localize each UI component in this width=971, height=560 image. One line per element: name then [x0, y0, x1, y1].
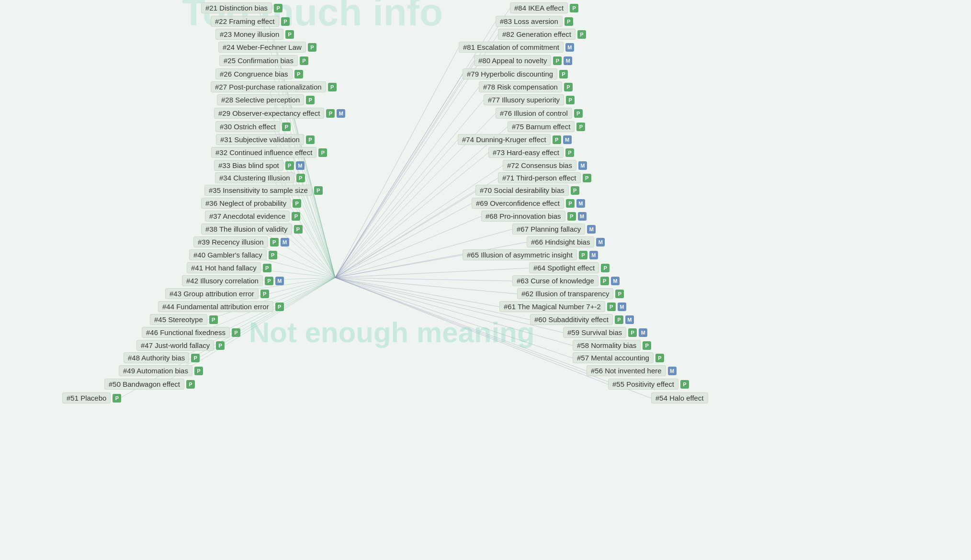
bias-node-72[interactable]: #72 Consensus biasM [503, 160, 587, 171]
bias-node-57[interactable]: #57 Mental accountingP [573, 352, 664, 363]
svg-line-38 [335, 100, 484, 278]
bias-label-69: #69 Overconfidence effect [472, 198, 564, 209]
tag-p-82: P [577, 30, 586, 39]
bias-label-43: #43 Group attribution error [165, 288, 259, 299]
tag-p-51: P [113, 394, 121, 403]
tag-p-84: P [570, 4, 578, 12]
bias-node-56[interactable]: #56 Not invented hereM [587, 365, 677, 376]
bias-node-35[interactable]: #35 Insensitivity to sample sizeP [204, 185, 323, 196]
tag-m-39: M [281, 238, 289, 246]
tag-p-23: P [285, 30, 294, 39]
bias-node-39[interactable]: #39 Recency illusionPM [193, 236, 289, 247]
bias-node-59[interactable]: #59 Survival biasPM [563, 327, 647, 338]
tag-p-21: P [274, 4, 282, 12]
bias-node-34[interactable]: #34 Clustering IllusionP [215, 172, 305, 183]
bias-node-68[interactable]: #68 Pro-innovation biasPM [481, 211, 587, 222]
bias-node-65[interactable]: #65 Illusion of asymmetric insightPM [463, 249, 598, 260]
mind-map-canvas: Too much info Not enough meaning #21 Dis… [0, 0, 971, 560]
bias-node-42[interactable]: #42 Illusory correlationPM [182, 275, 284, 286]
bias-label-73: #73 Hard-easy effect [488, 147, 564, 158]
bias-node-49[interactable]: #49 Automation biasP [119, 365, 203, 376]
bias-node-48[interactable]: #48 Authority biasP [124, 352, 200, 363]
bias-label-32: #32 Continued influence effect [211, 147, 316, 158]
svg-line-51 [335, 268, 529, 278]
bias-label-30: #30 Ostrich effect [215, 121, 280, 132]
tag-m-33: M [296, 161, 305, 170]
bias-node-78[interactable]: #78 Risk compensationP [479, 81, 573, 92]
bias-node-77[interactable]: #77 Illusory superiorityP [484, 94, 575, 105]
bias-node-30[interactable]: #30 Ostrich effectP [215, 121, 291, 132]
bias-label-31: #31 Subjective validation [216, 134, 304, 145]
bias-node-37[interactable]: #37 Anecdotal evidenceP [205, 211, 300, 222]
bias-label-28: #28 Selective perception [217, 94, 304, 105]
bias-node-27[interactable]: #27 Post-purchase rationalizationP [211, 81, 337, 92]
bias-node-22[interactable]: #22 Framing effectP [211, 16, 290, 27]
bias-node-36[interactable]: #36 Neglect of probabilityP [201, 198, 301, 209]
bias-node-44[interactable]: #44 Fundamental attribution errorP [158, 301, 284, 312]
bias-node-40[interactable]: #40 Gambler's fallacyP [189, 249, 277, 260]
bias-node-26[interactable]: #26 Congruence biasP [215, 68, 303, 79]
bias-node-69[interactable]: #69 Overconfidence effectPM [472, 198, 585, 209]
tag-p-69: P [566, 199, 575, 208]
bias-node-32[interactable]: #32 Continued influence effectP [211, 147, 327, 158]
svg-line-45 [335, 190, 475, 278]
bias-label-77: #77 Illusory superiority [484, 94, 564, 105]
bias-node-31[interactable]: #31 Subjective validationP [216, 134, 315, 145]
tag-p-37: P [292, 212, 300, 221]
tag-p-24: P [308, 43, 316, 52]
bias-node-45[interactable]: #45 StereotypeP [150, 314, 218, 325]
bias-node-55[interactable]: #55 Positivity effectP [608, 379, 689, 390]
bias-node-28[interactable]: #28 Selective perceptionP [217, 94, 315, 105]
bias-node-70[interactable]: #70 Social desirability biasP [475, 185, 579, 196]
bias-node-76[interactable]: #76 Illusion of controlP [496, 108, 583, 119]
tag-p-55: P [680, 380, 689, 389]
bias-node-81[interactable]: #81 Escalation of commitmentM [459, 42, 574, 53]
tag-m-60: M [625, 315, 634, 324]
tag-p-62: P [615, 290, 624, 298]
bias-node-82[interactable]: #82 Generation effectP [498, 29, 586, 40]
tag-p-31: P [306, 135, 315, 144]
bias-node-79[interactable]: #79 Hyperbolic discountingP [463, 68, 568, 79]
bias-label-66: #66 Hindsight bias [527, 236, 594, 247]
bias-node-41[interactable]: #41 Hot hand fallacyP [187, 262, 271, 273]
bias-label-62: #62 Illusion of transparency [517, 288, 613, 299]
svg-line-55 [335, 278, 530, 320]
svg-line-35 [335, 61, 474, 278]
bias-node-43[interactable]: #43 Group attribution errorP [165, 288, 269, 299]
bias-label-50: #50 Bandwagon effect [104, 379, 184, 390]
bias-node-33[interactable]: #33 Bias blind spotPM [214, 160, 305, 171]
bias-node-47[interactable]: #47 Just-world fallacyP [136, 340, 225, 351]
bias-node-38[interactable]: #38 The illusion of validityP [201, 224, 303, 235]
bias-node-64[interactable]: #64 Spotlight effectP [529, 262, 610, 273]
bias-node-61[interactable]: #61 The Magical Number 7+-2PM [499, 301, 626, 312]
bias-node-80[interactable]: #80 Appeal to noveltyPM [474, 55, 572, 66]
bias-node-51[interactable]: #51 PlaceboP [62, 392, 121, 403]
bias-node-71[interactable]: #71 Third-person effectP [498, 172, 591, 183]
bias-node-74[interactable]: #74 Dunning-Kruger effectPM [458, 134, 572, 145]
bias-node-67[interactable]: #67 Planning fallacyM [512, 224, 596, 235]
bias-label-46: #46 Functional fixedness [142, 327, 230, 338]
bias-node-75[interactable]: #75 Barnum effectP [508, 121, 585, 132]
bias-label-27: #27 Post-purchase rationalization [211, 81, 326, 92]
bias-node-84[interactable]: #84 IKEA effectP [510, 2, 578, 13]
bias-node-63[interactable]: #63 Curse of knowledgePM [512, 275, 620, 286]
tag-m-80: M [564, 56, 572, 65]
bias-node-50[interactable]: #50 Bandwagon effectP [104, 379, 195, 390]
bias-node-29[interactable]: #29 Observer-expectancy effectPM [214, 108, 345, 119]
tag-m-59: M [639, 328, 647, 337]
bias-node-73[interactable]: #73 Hard-easy effectP [488, 147, 574, 158]
bias-node-54[interactable]: #54 Halo effect [651, 392, 708, 403]
bias-node-60[interactable]: #60 Subadditivity effectPM [530, 314, 634, 325]
tag-m-29: M [337, 109, 345, 118]
tag-p-34: P [296, 174, 305, 182]
bias-node-46[interactable]: #46 Functional fixednessP [142, 327, 240, 338]
bias-node-21[interactable]: #21 Distinction biasP [201, 2, 282, 13]
bias-node-24[interactable]: #24 Weber-Fechner LawP [218, 42, 316, 53]
tag-p-75: P [576, 123, 585, 131]
bias-node-62[interactable]: #62 Illusion of transparencyP [517, 288, 624, 299]
bias-node-83[interactable]: #83 Loss aversionP [496, 16, 573, 27]
bias-node-58[interactable]: #58 Normality biasP [573, 340, 651, 351]
bias-node-66[interactable]: #66 Hindsight biasM [527, 236, 605, 247]
bias-node-23[interactable]: #23 Money illusionP [215, 29, 294, 40]
bias-node-25[interactable]: #25 Confirmation biasP [219, 55, 308, 66]
